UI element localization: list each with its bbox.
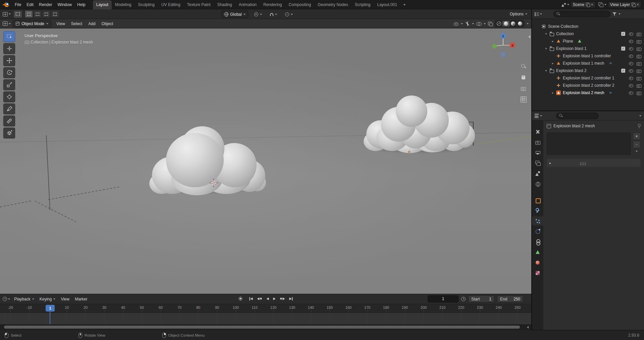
disable-in-render-icon[interactable] — [636, 31, 641, 36]
properties-editor-type-button[interactable] — [535, 114, 542, 118]
hide-in-viewport-icon[interactable] — [629, 46, 634, 51]
outliner-item-label[interactable]: Plane — [563, 39, 573, 44]
tool-select-box-button[interactable] — [3, 31, 15, 42]
orthographic-toggle-icon[interactable] — [521, 96, 527, 103]
tool-add-cube-button[interactable] — [3, 128, 15, 138]
view-layer-browse-caret-icon[interactable] — [604, 4, 606, 5]
unlink-scene-icon[interactable]: × — [591, 3, 593, 6]
jump-to-prev-keyframe-button[interactable] — [256, 296, 264, 302]
explosion-blast-1-mesh-object[interactable] — [149, 124, 263, 196]
collection-checkbox[interactable] — [621, 69, 625, 73]
show-object-types-icon[interactable] — [453, 22, 459, 26]
tab-modifiers[interactable] — [532, 206, 543, 215]
timeline-track-area[interactable] — [0, 313, 531, 324]
expander-icon[interactable] — [550, 62, 555, 65]
sidebar-toggle-icon[interactable] — [528, 35, 530, 39]
pan-hand-icon[interactable] — [521, 74, 527, 80]
disable-in-render-icon[interactable] — [636, 54, 641, 58]
overlays-caret-icon[interactable] — [484, 23, 486, 24]
viewport-menu-item[interactable]: View — [53, 20, 68, 27]
disable-in-render-icon[interactable] — [636, 83, 641, 88]
workspace-tab[interactable]: Sculpting — [135, 0, 158, 9]
hide-in-viewport-icon[interactable] — [629, 61, 634, 66]
tab-object[interactable] — [532, 196, 543, 205]
gizmos-caret-icon[interactable] — [472, 23, 474, 24]
current-frame-field[interactable]: 1 — [428, 295, 459, 302]
workspace-tab[interactable]: Animation — [235, 0, 260, 9]
new-scene-icon[interactable] — [586, 3, 589, 6]
outliner-item-label[interactable]: Explosion blast 2 mesh — [563, 90, 604, 95]
hide-in-viewport-icon[interactable] — [629, 90, 634, 95]
tool-annotate-button[interactable] — [3, 104, 15, 114]
viewport-editor-type-button[interactable] — [3, 21, 11, 26]
play-reverse-button[interactable] — [265, 296, 271, 302]
hide-in-viewport-icon[interactable] — [629, 39, 634, 44]
tool-scale-button[interactable] — [3, 79, 15, 90]
xray-toggle-icon[interactable] — [488, 22, 492, 26]
play-button[interactable] — [272, 296, 277, 302]
tab-texture[interactable] — [532, 268, 543, 277]
material-preview-button[interactable] — [509, 21, 517, 26]
workspace-tab[interactable]: Texture Paint — [184, 0, 214, 9]
specials-caret-icon[interactable] — [636, 151, 638, 152]
tab-output[interactable] — [532, 148, 543, 157]
view-layer-name-field[interactable]: View Layer × — [608, 1, 641, 8]
start-frame-field[interactable]: Start 1 — [468, 295, 494, 302]
hide-in-viewport-icon[interactable] — [629, 83, 634, 88]
disable-in-render-icon[interactable] — [636, 90, 641, 95]
outliner-search-box[interactable] — [553, 11, 610, 17]
outliner-item-label[interactable]: Explosion blast 1 controller — [563, 54, 611, 58]
select-set-mode-button[interactable] — [25, 10, 33, 18]
hide-in-viewport-icon[interactable] — [629, 68, 634, 73]
workspace-tab[interactable]: Shading — [214, 0, 235, 9]
end-frame-field[interactable]: End 250 — [497, 295, 523, 302]
menu-item[interactable]: Window — [55, 1, 74, 8]
scroll-left-arrow-icon[interactable] — [527, 326, 529, 329]
playhead-marker[interactable]: 1 — [46, 305, 55, 312]
scene-name-field[interactable]: Scene × — [571, 1, 596, 8]
tab-scene[interactable] — [532, 169, 543, 178]
tab-render[interactable] — [532, 138, 543, 147]
wireframe-shading-button[interactable] — [495, 21, 502, 26]
outliner-row[interactable]: Explosion blast 1 — [532, 45, 644, 52]
properties-search-input[interactable] — [565, 114, 596, 118]
options-dropdown[interactable]: Options — [510, 12, 527, 16]
outliner-editor-type-button[interactable] — [535, 12, 542, 16]
overlays-toggle-icon[interactable] — [476, 22, 481, 26]
outliner-search-input[interactable] — [562, 12, 607, 16]
select-subtract-mode-button[interactable] — [42, 10, 50, 18]
outliner-item-label[interactable]: Explosion blast 2 controller 1 — [563, 76, 614, 80]
tab-view-layer[interactable] — [532, 158, 543, 167]
tool-cursor-button[interactable] — [3, 43, 15, 54]
workspace-tab[interactable]: Scripting — [352, 0, 374, 9]
workspace-tab[interactable]: Rendering — [260, 0, 285, 9]
tab-particles[interactable] — [532, 216, 543, 225]
collection-checkbox[interactable] — [621, 47, 625, 51]
outliner-row[interactable]: Explosion blast 1 controller — [532, 52, 644, 60]
expander-icon[interactable] — [550, 40, 555, 43]
outliner-item-label[interactable]: Explosion blast 1 mesh — [563, 61, 604, 66]
timeline-menu-item[interactable]: Keying — [37, 295, 58, 303]
filter-caret-icon[interactable] — [619, 13, 621, 15]
expander-icon[interactable] — [544, 69, 548, 72]
shading-caret-icon[interactable] — [527, 23, 529, 24]
outliner-row[interactable]: Explosion blast 1 mesh — [532, 60, 644, 67]
timeline-ruler[interactable]: -20-101020304050607080901001101201301401… — [0, 304, 531, 313]
tool-measure-button[interactable] — [3, 116, 15, 126]
use-preview-range-icon[interactable] — [461, 297, 466, 301]
disable-in-render-icon[interactable] — [636, 68, 641, 73]
select-intersect-mode-button[interactable] — [51, 10, 59, 18]
menu-item[interactable]: Render — [36, 1, 55, 8]
scrollbar-thumb[interactable] — [4, 326, 520, 329]
transform-orientation-dropdown[interactable]: Global — [221, 11, 248, 18]
properties-options-caret-icon[interactable] — [639, 115, 641, 117]
disable-in-render-icon[interactable] — [636, 61, 641, 66]
timeline-menu-item[interactable]: View — [58, 295, 72, 303]
outliner-item-label[interactable]: Scene Collection — [548, 24, 578, 29]
outliner-row[interactable]: Plane — [532, 38, 644, 45]
collection-checkbox[interactable] — [621, 32, 625, 36]
properties-search-box[interactable] — [556, 113, 599, 119]
menu-item[interactable]: Edit — [24, 1, 36, 8]
3d-viewport[interactable]: User Perspective (1) Collection | Explos… — [0, 28, 531, 294]
camera-view-icon[interactable] — [521, 85, 527, 91]
